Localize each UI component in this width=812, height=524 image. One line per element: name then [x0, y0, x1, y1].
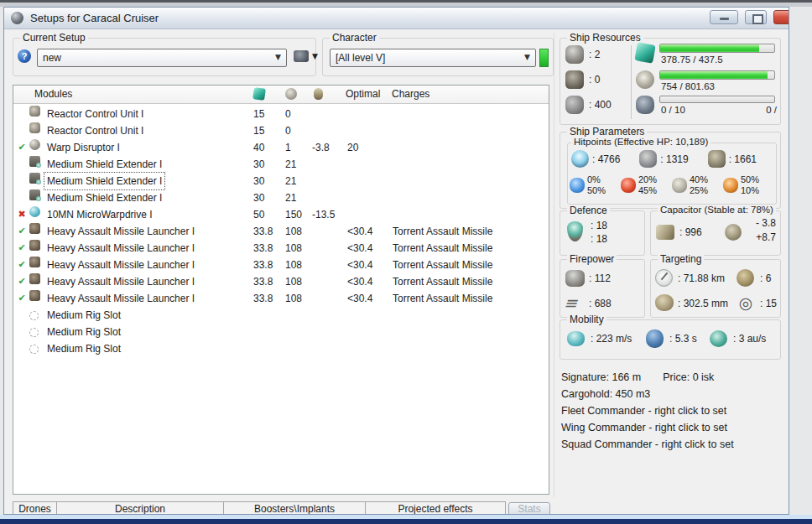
maximize-button[interactable] — [745, 10, 767, 24]
module-row[interactable]: ✔ Heavy Assault Missile Launcher I 33.8 … — [13, 273, 549, 290]
em-armor-resist: 50% — [587, 185, 606, 196]
module-type-icon — [29, 257, 40, 267]
tab-projected-effects[interactable]: Projected effects — [366, 501, 506, 515]
module-name: Heavy Assault Missile Launcher I — [44, 240, 197, 257]
calibration: : 400 — [565, 96, 612, 114]
module-type-icon — [29, 311, 39, 320]
column-divider — [554, 33, 554, 497]
setup-combo-value: new — [43, 52, 61, 64]
max-velocity-icon — [567, 331, 585, 346]
module-cpu-value: 33.8 — [253, 240, 273, 257]
hitpoints-group: Hitpoints (Effective HP: 10,189) : 4766 … — [567, 143, 777, 205]
tab-drones[interactable]: Drones — [13, 501, 57, 515]
defence-group: Defence : 18 : 18 — [560, 210, 645, 256]
setup-combo[interactable]: new ▼ — [37, 49, 287, 67]
module-cpu-value: 33.8 — [253, 257, 273, 273]
thermal-resist: 20%45% — [621, 174, 672, 196]
warp-speed-icon — [710, 330, 727, 347]
targeting-range-value: : 71.88 km — [678, 272, 725, 284]
module-cpu-value: 33.8 — [253, 273, 273, 290]
powergrid-column-icon — [285, 88, 297, 100]
module-cpu-value: 30 — [253, 173, 264, 189]
module-row[interactable]: ✖ 10MN MicroWarpdrive I 50 150 -13.5 — [13, 206, 549, 223]
module-row[interactable]: ✔ Heavy Assault Missile Launcher I 33.8 … — [13, 290, 549, 307]
help-icon[interactable]: ? — [18, 49, 31, 63]
volley-icon — [565, 270, 585, 287]
module-optimal-value: <30.4 — [347, 273, 372, 290]
module-row[interactable]: Medium Rig Slot — [13, 307, 549, 324]
module-row[interactable]: Reactor Control Unit I 15 0 — [13, 122, 549, 139]
module-cpu-value: 30 — [253, 156, 264, 173]
explosive-armor-resist: 10% — [741, 185, 759, 196]
drones-usage-text: 0 / 10 — [661, 105, 685, 115]
squad-commander-text[interactable]: Squad Commander - right click to set — [561, 438, 781, 455]
module-type-icon — [29, 139, 40, 150]
kinetic-resist-icon — [672, 178, 687, 193]
modules-panel: Modules Optimal Charges Reactor Control … — [13, 85, 549, 495]
armor-hp-value: : 1319 — [660, 153, 688, 165]
launcher-hardpoints: : 0 — [565, 70, 600, 89]
screen: Setups for Caracal Cruiser Current Setup… — [0, 0, 812, 524]
module-powergrid-value: 0 — [285, 122, 291, 139]
explosive-resist-icon — [723, 178, 738, 193]
targeting-range-icon — [655, 269, 673, 287]
module-row[interactable]: Medium Rig Slot — [13, 340, 549, 357]
fleet-commander-text[interactable]: Fleet Commander - right click to set — [561, 405, 781, 422]
ship-browser-icon[interactable] — [294, 50, 309, 62]
ship-parameters-label: Ship Parameters — [567, 126, 647, 137]
module-row[interactable]: Medium Shield Extender I 30 21 — [13, 173, 549, 189]
calibration-value: : 400 — [589, 99, 612, 111]
thermal-resist-icon — [621, 178, 636, 193]
firepower-label: Firepower — [567, 253, 617, 265]
sensor-strength-value: : 15 — [760, 298, 777, 309]
module-type-icon — [29, 328, 39, 337]
powergrid-bar — [659, 70, 775, 80]
modules-column-header: Modules — [34, 88, 72, 100]
module-row[interactable]: ✔ Heavy Assault Missile Launcher I 33.8 … — [13, 257, 549, 273]
optimal-column-header: Optimal — [346, 88, 380, 100]
titlebar[interactable]: Setups for Caracal Cruiser — [4, 8, 789, 29]
ship-resources-label: Ship Resources — [567, 32, 643, 44]
scan-resolution-value: : 302.5 mm — [678, 298, 728, 309]
price-text: Price: 0 isk — [663, 371, 714, 383]
tab-description[interactable]: Description — [57, 501, 224, 515]
module-row[interactable]: Medium Rig Slot — [13, 324, 549, 340]
module-name: Reactor Control Unit I — [44, 106, 146, 122]
armor-hp-icon — [639, 150, 657, 168]
minimize-button[interactable] — [710, 10, 738, 24]
close-button[interactable] — [773, 10, 789, 24]
align-time-value: : 5.3 s — [669, 333, 697, 345]
tab-boosters-implants[interactable]: Boosters\Implants — [224, 501, 366, 515]
module-powergrid-value: 21 — [285, 189, 296, 206]
character-skill-bar — [539, 49, 549, 67]
module-row[interactable]: ✔ Warp Disruptor I 40 1 -3.8 20 — [13, 139, 549, 156]
cpu-column-icon — [252, 87, 266, 101]
dps-value: : 688 — [589, 298, 612, 309]
app-icon — [11, 12, 23, 24]
module-status-icon: ✔ — [16, 257, 28, 273]
module-row[interactable]: Medium Shield Extender I 30 21 — [13, 156, 549, 173]
module-type-icon — [29, 206, 40, 217]
module-cpu-value: 30 — [253, 189, 264, 206]
module-row[interactable]: ✔ Heavy Assault Missile Launcher I 33.8 … — [13, 240, 549, 257]
module-type-icon — [29, 345, 39, 354]
powergrid-usage-text: 754 / 801.63 — [661, 81, 715, 91]
wing-commander-text[interactable]: Wing Commander - right click to set — [561, 422, 781, 438]
stats-button[interactable]: Stats — [508, 502, 550, 515]
thermal-armor-resist: 45% — [638, 185, 657, 196]
module-optimal-value: <30.4 — [347, 290, 372, 307]
module-row[interactable]: ✔ Heavy Assault Missile Launcher I 33.8 … — [13, 223, 549, 240]
module-powergrid-value: 1 — [285, 139, 291, 156]
signature-text: Signature: 166 m — [561, 371, 641, 383]
module-name: Medium Rig Slot — [44, 324, 123, 340]
armor-hp: : 1319 — [639, 150, 707, 168]
module-row[interactable]: Medium Shield Extender I 30 21 — [13, 189, 549, 206]
ship-browser-caret-icon[interactable]: ▼ — [312, 52, 318, 60]
cpu-usage-text: 378.75 / 437.5 — [661, 54, 723, 65]
character-combo[interactable]: [All level V] ▼ — [330, 49, 536, 67]
charges-column-header: Charges — [392, 88, 429, 100]
module-row[interactable]: Reactor Control Unit I 15 0 — [13, 106, 549, 122]
module-charge-value: Torrent Assault Missile — [393, 257, 492, 273]
module-status-icon: ✔ — [16, 240, 28, 257]
module-type-icon — [29, 189, 40, 200]
